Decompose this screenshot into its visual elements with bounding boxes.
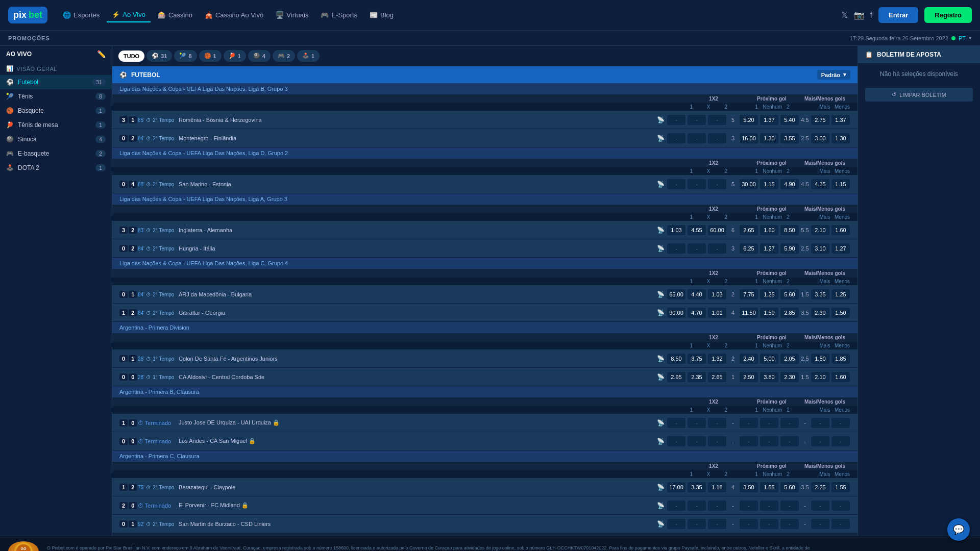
bet-btn[interactable]: 3.80 [760,372,778,382]
twitter-icon[interactable]: 𝕏 [841,10,848,20]
chat-button[interactable]: 💬 [947,518,970,541]
bet-btn[interactable]: - [688,243,706,254]
match-name[interactable]: CA Aldosivi - Central Cordoba Sde [179,374,655,380]
match-name[interactable]: ARJ da Macedônia - Bulgaria [179,291,655,297]
bet-btn[interactable]: - [708,436,726,446]
bet-btn[interactable]: 2.10 [811,225,829,235]
bet-btn[interactable]: 1.30 [831,133,850,143]
stream-icon[interactable]: 📡 [657,181,665,188]
entrar-button[interactable]: Entrar [878,7,918,23]
filter-tenis-mesa[interactable]: 🏓 1 [224,50,246,62]
stream-icon[interactable]: 📡 [657,291,665,298]
bet-btn[interactable]: 2.75 [811,115,829,125]
facebook-icon[interactable]: f [870,11,872,20]
bet-btn[interactable]: 5.40 [780,115,799,125]
sidebar-item-sinuca[interactable]: 🎱 Sinuca 4 [0,132,112,146]
nav-esportes[interactable]: 🌐 Esportes [58,8,105,22]
bet-btn[interactable]: 1.15 [831,179,850,189]
stream-icon[interactable]: 📡 [657,116,665,123]
bet-btn[interactable]: 4.90 [780,179,799,189]
bet-btn[interactable]: - [667,519,685,529]
bet-btn[interactable]: - [811,519,829,529]
bet-btn[interactable]: 65.00 [667,289,685,299]
bet-btn[interactable]: 2.65 [740,225,758,235]
match-name[interactable]: Montenegro - Finlândia [179,135,655,141]
bet-btn[interactable]: - [688,418,706,428]
bet-btn[interactable]: - [831,418,850,428]
bet-btn[interactable]: - [780,519,799,529]
bet-btn[interactable]: - [760,418,778,428]
bet-btn[interactable]: 1.18 [708,482,726,492]
bet-btn[interactable]: - [667,500,685,511]
bet-btn[interactable]: 1.85 [831,354,850,364]
stream-icon[interactable]: 📡 [657,419,665,427]
nav-virtuais[interactable]: 🖥️ Virtuais [271,8,313,22]
match-name[interactable]: Colon De Santa Fe - Argentinos Juniors [179,356,655,362]
sidebar-item-basquete[interactable]: 🏀 Basquete 1 [0,104,112,118]
filter-tudo[interactable]: TUDO [118,51,144,62]
bet-btn[interactable]: - [831,500,850,511]
filter-futebol[interactable]: ⚽ 31 [146,50,172,62]
instagram-icon[interactable]: 📷 [854,10,864,20]
match-name[interactable]: Los Andes - CA San Miguel 🔒 [179,438,655,444]
bet-btn[interactable]: - [708,179,726,189]
bet-btn[interactable]: 1.27 [831,243,850,254]
bet-btn[interactable]: - [688,519,706,529]
match-name[interactable]: Inglaterra - Alemanha [179,227,655,233]
match-name[interactable]: Romênia - Bósnia & Herzegovina [179,117,655,123]
bet-btn[interactable]: 3.10 [811,243,829,254]
stream-icon[interactable]: 📡 [657,135,665,142]
bet-btn[interactable]: 5.60 [780,482,799,492]
bet-btn[interactable]: 1.25 [760,289,778,299]
filter-ebasquete[interactable]: 🎮 2 [273,50,295,62]
bet-btn[interactable]: 1.27 [760,243,778,254]
bet-btn[interactable]: - [708,519,726,529]
bet-btn[interactable]: - [708,243,726,254]
edit-icon[interactable]: ✏️ [97,50,106,58]
bet-btn[interactable]: 1.32 [708,354,726,364]
bet-btn[interactable]: - [688,436,706,446]
bet-btn[interactable]: - [740,436,758,446]
bet-btn[interactable]: 8.50 [667,354,685,364]
bet-btn[interactable]: 2.95 [667,372,685,382]
bet-btn[interactable]: - [831,436,850,446]
bet-btn[interactable]: - [740,418,758,428]
bet-btn[interactable]: 6.25 [740,243,758,254]
padrão-dropdown[interactable]: Padrão ▾ [817,70,850,80]
registro-button[interactable]: Registro [924,7,972,23]
sidebar-item-futebol[interactable]: ⚽ Futebol 31 [0,75,112,89]
filter-sinuca[interactable]: 🎱 4 [248,50,271,62]
stream-icon[interactable]: 📡 [657,438,665,445]
bet-btn[interactable]: 3.00 [811,133,829,143]
nav-ao-vivo[interactable]: ⚡ Ao Vivo [107,8,151,22]
bet-btn[interactable]: 1.30 [760,133,778,143]
bet-btn[interactable]: - [740,519,758,529]
bet-btn[interactable]: 2.40 [740,354,758,364]
stream-icon[interactable]: 📡 [657,484,665,491]
bet-btn[interactable]: - [780,436,799,446]
bet-btn[interactable]: 1.50 [831,308,850,318]
filter-tenis[interactable]: 🎾 8 [174,50,197,62]
bet-btn[interactable]: 8.50 [780,225,799,235]
bet-btn[interactable]: - [708,133,726,143]
filter-basquete[interactable]: 🏀 1 [199,50,222,62]
bet-btn[interactable]: 1.50 [760,308,778,318]
bet-btn[interactable]: - [667,179,685,189]
bet-btn[interactable]: - [760,519,778,529]
nav-cassino[interactable]: 🎰 Cassino [153,8,198,22]
nav-esports[interactable]: 🎮 E-Sports [315,8,362,22]
bet-btn[interactable]: - [688,133,706,143]
match-name[interactable]: El Porvenir - FC Midland 🔒 [179,502,655,509]
bet-btn[interactable]: - [667,133,685,143]
bet-btn[interactable]: - [740,500,758,511]
stream-icon[interactable]: 📡 [657,245,665,252]
bet-btn[interactable]: 3.55 [780,133,799,143]
bet-btn[interactable]: - [688,115,706,125]
bet-btn[interactable]: 1.15 [760,179,778,189]
bet-btn[interactable]: - [667,418,685,428]
limpar-boletim-button[interactable]: ↺ LIMPAR BOLETIM [865,88,973,102]
bet-btn[interactable]: 2.30 [811,308,829,318]
match-name[interactable]: San Martin de Burzaco - CSD Liniers [179,521,655,527]
bet-btn[interactable]: 17.00 [667,482,685,492]
bet-btn[interactable]: - [760,436,778,446]
